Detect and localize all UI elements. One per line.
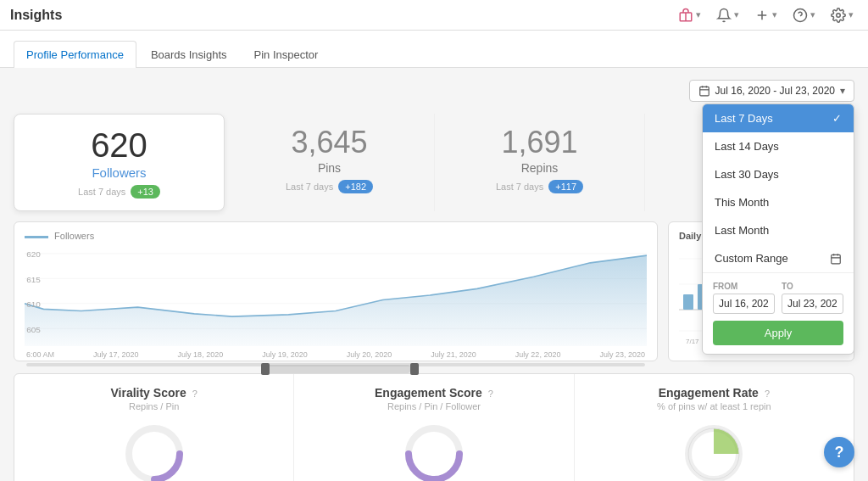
engagement-rate-gauge [680, 420, 748, 481]
x-label-3: July 19, 2020 [262, 350, 308, 359]
x-axis-labels: 6:00 AM July 17, 2020 July 18, 2020 July… [25, 350, 647, 359]
svg-text:605: 605 [26, 325, 41, 334]
x-label-5: July 21, 2020 [431, 350, 476, 359]
dropdown-item-this-month[interactable]: This Month [703, 188, 854, 216]
stat-card-repins: 1,691 Repins Last 7 days +117 [435, 114, 645, 211]
x-label-6: July 22, 2020 [515, 350, 561, 359]
svg-rect-7 [699, 87, 709, 96]
metrics-row: Virality Score ? Repins / Pin 0.50 Engag… [14, 373, 854, 481]
dropdown-item-last30-label: Last 30 Days [715, 168, 779, 181]
help-nav-btn[interactable]: ▾ [788, 5, 820, 25]
virality-gauge [120, 420, 188, 481]
from-date-input[interactable] [713, 294, 775, 314]
plus-caret: ▾ [772, 9, 777, 20]
area-chart-svg: 620 615 610 605 [25, 244, 647, 346]
tab-profile-performance[interactable]: Profile Performance [14, 41, 136, 68]
x-label-4: July 20, 2020 [347, 350, 392, 359]
x-label-2: July 18, 2020 [178, 350, 224, 359]
question-icon [793, 8, 808, 23]
slider-right-handle[interactable] [410, 363, 419, 375]
tab-pin-inspector[interactable]: Pin Inspector [242, 41, 331, 68]
pins-period: Last 7 days [286, 182, 333, 192]
engagement-score-subtitle: Repins / Pin / Follower [308, 401, 559, 411]
settings-nav-btn[interactable]: ▾ [826, 5, 858, 25]
engagement-rate-info-icon[interactable]: ? [765, 389, 770, 399]
svg-text:620: 620 [26, 249, 41, 259]
tabs-bar: Profile Performance Boards Insights Pin … [0, 31, 868, 68]
dropdown-item-last-month-label: Last Month [715, 224, 769, 237]
to-label: TO [782, 282, 843, 291]
engagement-rate-title: Engagement Rate [659, 386, 759, 400]
followers-value: 620 [23, 126, 215, 164]
virality-gauge-svg [120, 420, 188, 481]
plus-icon [754, 8, 770, 23]
help-float-button[interactable]: ? [824, 437, 854, 467]
engagement-score-gauge [400, 420, 468, 481]
metric-virality: Virality Score ? Repins / Pin 0.50 [14, 374, 294, 481]
dropdown-item-this-month-label: This Month [715, 196, 769, 209]
repins-value: 1,691 [443, 126, 636, 159]
top-nav: Insights ▾ ▾ ▾ ▾ [0, 0, 868, 31]
dropdown-item-custom[interactable]: Custom Range [703, 244, 854, 272]
engagement-score-title: Engagement Score [375, 386, 482, 400]
repins-badge: +117 [548, 180, 583, 193]
chart-legend: Followers [25, 231, 647, 241]
dropdown-item-last7[interactable]: Last 7 Days ✓ [703, 104, 854, 132]
date-range-label: Jul 16, 2020 - Jul 23, 2020 [715, 85, 835, 97]
app-title: Insights [10, 8, 62, 23]
dropdown-item-last30[interactable]: Last 30 Days [703, 160, 854, 188]
bell-caret: ▾ [734, 9, 739, 20]
dropdown-item-custom-label: Custom Range [715, 252, 788, 265]
chart-slider[interactable] [25, 363, 647, 375]
settings-caret: ▾ [849, 9, 854, 20]
nav-icons: ▾ ▾ ▾ ▾ ▾ [674, 5, 858, 25]
stat-card-followers: 620 Followers Last 7 days +13 [14, 114, 225, 211]
virality-title: Virality Score [110, 386, 186, 400]
virality-subtitle: Repins / Pin [28, 401, 280, 411]
tab-boards-insights[interactable]: Boards Insights [138, 41, 240, 68]
bell-icon [716, 8, 732, 23]
virality-info-icon[interactable]: ? [192, 389, 198, 399]
engagement-score-info-icon[interactable]: ? [488, 389, 493, 399]
followers-period: Last 7 days [78, 187, 125, 197]
followers-label: Followers [23, 165, 215, 180]
plus-nav-btn[interactable]: ▾ [750, 5, 782, 25]
svg-text:610: 610 [26, 299, 41, 309]
dropdown-item-last-month[interactable]: Last Month [703, 216, 854, 244]
to-date-input[interactable] [782, 294, 843, 314]
svg-rect-32 [683, 294, 693, 310]
gift-icon [678, 8, 693, 23]
engagement-rate-subtitle: % of pins w/ at least 1 repin [588, 401, 840, 411]
slider-left-handle[interactable] [261, 363, 270, 375]
dropdown-item-last7-label: Last 7 Days [715, 112, 773, 125]
pins-badge: +182 [338, 180, 373, 193]
engagement-score-gauge-svg [400, 420, 468, 481]
metric-engagement-rate: Engagement Rate ? % of pins w/ at least … [575, 374, 854, 481]
dropdown-item-last14[interactable]: Last 14 Days [703, 132, 854, 160]
engagement-rate-gauge-svg [680, 420, 748, 481]
main-area-chart: Followers 620 615 [14, 221, 658, 361]
gift-caret: ▾ [696, 9, 701, 20]
followers-badge: +13 [131, 185, 160, 199]
calendar-icon [698, 85, 710, 97]
bell-nav-btn[interactable]: ▾ [712, 5, 743, 25]
stat-card-pins: 3,645 Pins Last 7 days +182 [225, 114, 435, 211]
check-icon: ✓ [832, 112, 842, 125]
date-range-dropdown: Last 7 Days ✓ Last 14 Days Last 30 Days … [702, 103, 854, 355]
repins-label: Repins [443, 161, 636, 175]
date-range-caret: ▾ [840, 85, 845, 97]
dropdown-item-last14-label: Last 14 Days [715, 140, 779, 153]
metric-engagement-score: Engagement Score ? Repins / Pin / Follow… [294, 374, 574, 481]
from-label: FROM [713, 282, 775, 291]
x-label-0: 6:00 AM [26, 350, 54, 359]
svg-rect-11 [832, 254, 841, 264]
pins-value: 3,645 [233, 126, 426, 159]
apply-button[interactable]: Apply [713, 321, 843, 345]
custom-range-section: FROM TO Apply [703, 272, 854, 354]
date-range-button[interactable]: Jul 16, 2020 - Jul 23, 2020 ▾ [689, 80, 854, 102]
chart-legend-label: Followers [54, 231, 94, 241]
gift-nav-btn[interactable]: ▾ [674, 5, 705, 25]
gear-icon [831, 8, 846, 23]
chart-legend-line [25, 236, 48, 238]
x-label-1: July 17, 2020 [93, 350, 139, 359]
